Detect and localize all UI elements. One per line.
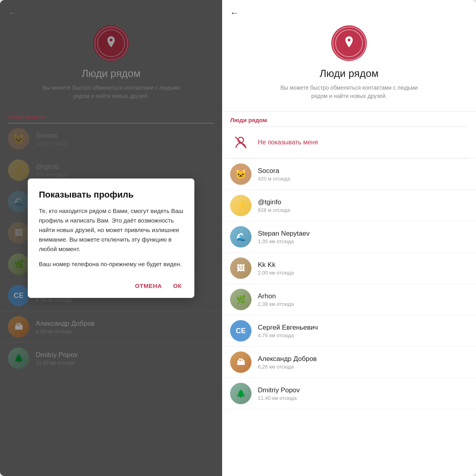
person-name: Socora	[258, 167, 468, 175]
avatar: 🌲	[230, 383, 251, 404]
person-distance: 2,38 км отсюда	[258, 301, 468, 307]
avatar: ⚡	[230, 195, 251, 216]
person-name: Dmitriy Popov	[258, 386, 468, 394]
avatar: 🌿	[230, 289, 251, 310]
dialog-body-paragraph-2: Ваш номер телефона по-прежнему не будет …	[39, 259, 183, 269]
avatar: 🏔	[230, 351, 251, 373]
list-item[interactable]: 🌊 Stepan Nepytaev 1,35 км отсюда	[222, 221, 476, 253]
person-name: Kk Kk	[258, 261, 468, 269]
right-back-arrow[interactable]: ←	[230, 8, 239, 18]
list-item[interactable]: CE Сергей Евгеньевич 4,76 км отсюда	[222, 315, 476, 347]
svg-line-1	[235, 137, 246, 148]
person-name: Arhon	[258, 292, 468, 300]
person-slash-icon	[234, 135, 248, 150]
person-distance: 11,40 км отсюда	[258, 395, 468, 401]
right-panel: ← Люди рядом Вы можете быстро обменяться…	[222, 0, 476, 476]
list-item[interactable]: 🌿 Arhon 2,38 км отсюда	[222, 284, 476, 315]
not-showing-text: Не показывать меня	[258, 139, 318, 146]
not-showing-row[interactable]: Не показывать меня	[222, 127, 476, 158]
person-name: Stepan Nepytaev	[258, 230, 468, 238]
person-distance: 4,76 км отсюда	[258, 332, 468, 338]
person-distance: 6,26 км отсюда	[258, 364, 468, 370]
list-item[interactable]: 🏔 Александр Добров 6,26 км отсюда	[222, 347, 476, 378]
right-page-title: Люди рядом	[320, 67, 379, 80]
left-panel: ← Люди рядом Вы можете быстро обменяться…	[0, 0, 222, 476]
person-name: @tginfo	[258, 198, 468, 206]
list-item[interactable]: 🐱 Socora 420 м отсюда	[222, 159, 476, 190]
dialog-actions: ОТМЕНА ОК	[39, 277, 183, 292]
dialog-ok-button[interactable]: ОК	[171, 280, 183, 292]
not-showing-icon	[230, 132, 251, 153]
person-distance: 2,00 км отсюда	[258, 270, 468, 276]
person-distance: 1,35 км отсюда	[258, 238, 468, 244]
person-distance: 828 м отсюда	[258, 207, 468, 213]
person-distance: 420 м отсюда	[258, 176, 468, 182]
right-location-icon	[331, 25, 367, 61]
show-profile-dialog: Показывать профиль Те, кто находится ряд…	[28, 178, 194, 298]
avatar: 🌊	[230, 226, 251, 248]
dialog-cancel-button[interactable]: ОТМЕНА	[133, 280, 163, 292]
avatar: 🖼	[230, 257, 251, 279]
list-item[interactable]: 🖼 Kk Kk 2,00 км отсюда	[222, 253, 476, 284]
right-header: ← Люди рядом Вы можете быстро обменяться…	[222, 0, 476, 112]
location-pin-icon	[344, 36, 355, 50]
person-name: Сергей Евгеньевич	[258, 324, 468, 332]
avatar: 🐱	[230, 163, 251, 185]
right-people-list: Не показывать меня 🐱 Socora 420 м отсюда…	[222, 127, 476, 476]
avatar: CE	[230, 320, 251, 342]
dialog-body-paragraph-1: Те, кто находится рядом с Вами, смогут в…	[39, 206, 183, 254]
dialog-title: Показывать профиль	[39, 190, 183, 200]
list-item[interactable]: ⚡ @tginfo 828 м отсюда	[222, 190, 476, 221]
right-page-subtitle: Вы можете быстро обменяться контактами с…	[274, 84, 424, 100]
dialog-body: Те, кто находится рядом с Вами, смогут в…	[39, 206, 183, 269]
right-section-label: Люди рядом	[222, 112, 476, 127]
person-name: Александр Добров	[258, 355, 468, 363]
dialog-overlay: Показывать профиль Те, кто находится ряд…	[0, 0, 222, 476]
list-item[interactable]: 🌲 Dmitriy Popov 11,40 км отсюда	[222, 378, 476, 409]
